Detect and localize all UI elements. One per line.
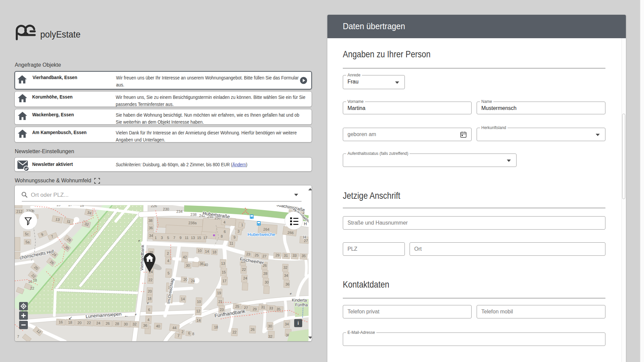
svg-text:14: 14 <box>197 318 201 322</box>
svg-text:22: 22 <box>148 278 152 282</box>
svg-text:212: 212 <box>16 209 22 214</box>
svg-text:11: 11 <box>185 236 189 240</box>
svg-text:36: 36 <box>149 226 153 230</box>
svg-text:29: 29 <box>275 253 280 257</box>
svg-text:22: 22 <box>242 267 246 272</box>
svg-text:≠: ≠ <box>135 313 137 316</box>
svg-text:20: 20 <box>77 321 82 325</box>
svg-text:28: 28 <box>115 322 119 326</box>
svg-text:4: 4 <box>223 220 225 224</box>
svg-text:15: 15 <box>56 205 60 207</box>
svg-text:35: 35 <box>302 254 306 258</box>
svg-text:31: 31 <box>284 253 288 257</box>
svg-text:33: 33 <box>292 253 297 257</box>
svg-text:266: 266 <box>287 230 294 235</box>
svg-text:30: 30 <box>186 263 190 267</box>
svg-text:22: 22 <box>232 330 236 334</box>
svg-text:5: 5 <box>167 236 169 240</box>
svg-text:13: 13 <box>55 217 60 222</box>
svg-text:H: H <box>303 235 306 240</box>
svg-text:9: 9 <box>233 235 235 239</box>
svg-text:42: 42 <box>183 255 187 259</box>
svg-text:8: 8 <box>192 332 194 336</box>
svg-text:238a: 238a <box>189 221 197 225</box>
svg-text:30: 30 <box>268 324 272 328</box>
svg-text:32: 32 <box>268 335 272 339</box>
svg-text:30: 30 <box>265 280 269 284</box>
svg-text:264: 264 <box>263 227 270 232</box>
svg-text:6: 6 <box>148 308 150 312</box>
svg-text:15: 15 <box>197 236 201 240</box>
svg-text:19: 19 <box>217 291 221 295</box>
svg-text:18: 18 <box>212 250 216 254</box>
svg-text:9: 9 <box>179 236 181 240</box>
svg-text:13: 13 <box>191 236 195 240</box>
svg-text:3: 3 <box>161 236 163 240</box>
svg-text:11: 11 <box>229 241 233 245</box>
svg-text:H: H <box>304 222 307 226</box>
svg-text:29: 29 <box>253 307 257 311</box>
svg-text:1: 1 <box>241 223 243 227</box>
svg-text:24: 24 <box>96 321 100 325</box>
svg-text:28: 28 <box>263 272 267 276</box>
svg-text:≠: ≠ <box>290 292 292 296</box>
svg-text:14: 14 <box>205 249 209 253</box>
svg-text:20: 20 <box>183 278 187 282</box>
svg-text:44: 44 <box>172 326 176 330</box>
svg-text:22: 22 <box>30 286 34 290</box>
svg-text:17: 17 <box>68 205 72 207</box>
svg-text:15: 15 <box>222 270 226 274</box>
svg-text:26: 26 <box>106 321 110 325</box>
svg-text:polyEstate: polyEstate <box>40 29 80 40</box>
svg-text:7: 7 <box>173 236 175 240</box>
svg-text:24: 24 <box>243 276 247 280</box>
svg-text:23: 23 <box>246 252 251 256</box>
svg-text:17: 17 <box>222 279 226 283</box>
svg-text:234: 234 <box>176 209 182 214</box>
svg-text:Fünfha: Fünfha <box>295 303 308 307</box>
svg-text:18: 18 <box>68 320 72 324</box>
svg-text:≠: ≠ <box>138 239 140 243</box>
svg-text:13: 13 <box>221 261 225 265</box>
svg-text:15: 15 <box>80 205 84 207</box>
svg-text:10: 10 <box>197 300 201 304</box>
svg-text:Hubertweiche: Hubertweiche <box>248 232 275 237</box>
svg-text:32: 32 <box>132 322 137 326</box>
svg-text:33: 33 <box>269 306 273 310</box>
svg-text:6: 6 <box>224 230 226 234</box>
svg-text:34: 34 <box>284 274 288 278</box>
svg-text:14: 14 <box>181 297 185 301</box>
svg-text:23: 23 <box>220 308 224 312</box>
svg-text:5a: 5a <box>25 240 30 244</box>
svg-text:34: 34 <box>149 234 153 238</box>
svg-text:2: 2 <box>181 330 183 334</box>
svg-text:22: 22 <box>87 321 91 325</box>
svg-text:4: 4 <box>167 259 169 263</box>
svg-text:25: 25 <box>235 304 239 309</box>
svg-text:34: 34 <box>285 322 289 326</box>
svg-text:12: 12 <box>196 309 200 313</box>
svg-text:36: 36 <box>285 282 289 286</box>
svg-text:17: 17 <box>203 236 207 240</box>
svg-text:32: 32 <box>283 265 287 269</box>
svg-text:≠: ≠ <box>147 301 149 305</box>
svg-text:24: 24 <box>191 279 195 283</box>
svg-text:31: 31 <box>261 305 265 309</box>
svg-text:11: 11 <box>66 219 71 224</box>
svg-text:30: 30 <box>124 322 128 326</box>
svg-text:↙: ↙ <box>68 315 72 320</box>
svg-text:8: 8 <box>221 234 223 238</box>
svg-text:4: 4 <box>147 318 149 322</box>
svg-text:18: 18 <box>33 278 37 282</box>
svg-text:20: 20 <box>148 289 152 293</box>
svg-text:26: 26 <box>251 327 255 331</box>
svg-text:230: 230 <box>163 207 169 211</box>
svg-text:25: 25 <box>255 253 259 257</box>
svg-text:27: 27 <box>262 254 267 258</box>
svg-text:i: i <box>298 320 299 326</box>
svg-text:16: 16 <box>59 320 63 324</box>
svg-text:7: 7 <box>17 335 19 339</box>
svg-text:38: 38 <box>148 219 152 223</box>
svg-text:Kinderta: Kinderta <box>292 298 307 303</box>
svg-text:36: 36 <box>200 262 204 266</box>
